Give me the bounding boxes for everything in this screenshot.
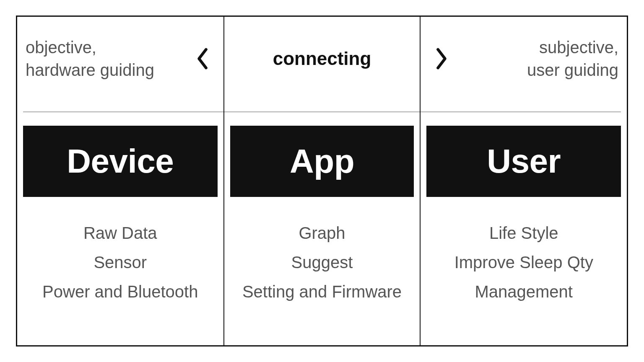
header-center: connecting <box>224 17 420 101</box>
title-app: App <box>230 126 414 197</box>
item-device-2: Power and Bluetooth <box>42 281 198 303</box>
title-device: Device <box>23 126 218 197</box>
chevron-left-icon <box>193 45 212 72</box>
title-user: User <box>426 126 621 197</box>
header-right-line2: user guiding <box>527 61 618 79</box>
header-left-line1: objective, <box>26 38 96 57</box>
item-user-2: Management <box>475 281 573 303</box>
item-app-1: Suggest <box>291 251 353 273</box>
item-user-1: Improve Sleep Qty <box>454 251 593 273</box>
diagram-frame: objective, hardware guiding Device Raw D… <box>16 16 628 346</box>
header-left: objective, hardware guiding <box>17 17 223 101</box>
item-app-0: Graph <box>299 222 345 244</box>
header-left-line2: hardware guiding <box>26 61 154 79</box>
header-center-text: connecting <box>233 48 412 69</box>
header-right-text: subjective, user guiding <box>498 36 618 81</box>
header-right: subjective, user guiding <box>421 17 627 101</box>
chevron-right-icon <box>432 45 451 72</box>
column-user: subjective, user guiding User Life Style… <box>421 17 627 345</box>
column-app: connecting App Graph Suggest Setting and… <box>223 17 421 345</box>
header-right-line1: subjective, <box>539 38 618 57</box>
items-device: Raw Data Sensor Power and Bluetooth <box>17 222 223 303</box>
column-device: objective, hardware guiding Device Raw D… <box>17 17 223 345</box>
item-device-0: Raw Data <box>83 222 157 244</box>
items-user: Life Style Improve Sleep Qty Management <box>421 222 627 303</box>
item-user-0: Life Style <box>489 222 558 244</box>
item-device-1: Sensor <box>93 251 147 273</box>
items-app: Graph Suggest Setting and Firmware <box>224 222 420 303</box>
item-app-2: Setting and Firmware <box>242 281 402 303</box>
header-left-text: objective, hardware guiding <box>26 36 184 81</box>
